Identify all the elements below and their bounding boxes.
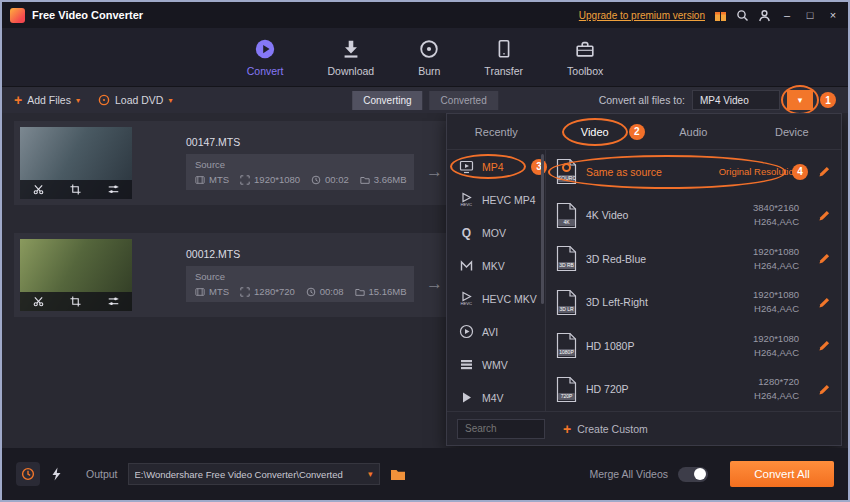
search-input[interactable] bbox=[457, 419, 545, 439]
hevc-mp4-icon: HEVC bbox=[459, 192, 474, 207]
chevron-down-icon: ▾ bbox=[798, 95, 803, 105]
preset-3d-red-blue[interactable]: 3D RB 3D Red-Blue 1920*1080 H264,AAC bbox=[546, 237, 841, 281]
format-item-mov[interactable]: Q MOV bbox=[447, 216, 545, 249]
preset-resolution: 1280*720 bbox=[758, 375, 799, 389]
edit-pencil-icon[interactable] bbox=[818, 296, 831, 309]
size-value: 15.16MB bbox=[369, 286, 407, 297]
resolution-value: 1280*720 bbox=[254, 286, 295, 297]
create-custom-button[interactable]: + Create Custom bbox=[563, 422, 648, 436]
gift-icon[interactable] bbox=[714, 9, 727, 22]
user-icon[interactable] bbox=[758, 9, 771, 22]
icon-badge: 720P bbox=[558, 393, 575, 400]
main-nav: Convert Download Burn Transfer Toolbox bbox=[2, 28, 848, 86]
mov-icon: Q bbox=[459, 225, 474, 240]
preset-resolution: 1920*1080 bbox=[753, 245, 799, 259]
output-path-select[interactable]: E:\Wondershare Free Video Converter\Conv… bbox=[128, 463, 380, 485]
tab-transfer[interactable]: Transfer bbox=[484, 38, 523, 77]
tab-download[interactable]: Download bbox=[327, 38, 374, 77]
maximize-button[interactable]: □ bbox=[803, 10, 817, 21]
preset-same-as-source[interactable]: SOURCE Same as source Original Resolutio… bbox=[546, 150, 841, 194]
format-panel-footer: + Create Custom bbox=[447, 411, 841, 445]
resolution-value: 1920*1080 bbox=[254, 174, 300, 185]
tab-toolbox[interactable]: Toolbox bbox=[567, 38, 603, 77]
minimize-button[interactable]: – bbox=[780, 10, 794, 21]
add-files-label: Add Files bbox=[27, 94, 71, 106]
icon-badge: 4K bbox=[558, 219, 575, 226]
preset-name: 3D Left-Right bbox=[586, 296, 744, 308]
transfer-device-icon bbox=[493, 38, 515, 60]
converting-view-button[interactable]: Converting bbox=[352, 91, 422, 110]
preset-codec: H264,AAC bbox=[754, 302, 799, 316]
panel-tab-label: Audio bbox=[679, 126, 707, 138]
video-file-icon: 4K bbox=[556, 202, 577, 229]
preset-3d-left-right[interactable]: 3D LR 3D Left-Right 1920*1080 H264,AAC bbox=[546, 281, 841, 325]
merge-toggle[interactable] bbox=[678, 467, 708, 482]
preset-info: 1280*720 H264,AAC bbox=[754, 375, 799, 404]
arrow-right-icon: → bbox=[426, 162, 443, 182]
effects-sliders-icon[interactable] bbox=[108, 296, 119, 307]
format-item-wmv[interactable]: WMV bbox=[447, 348, 545, 381]
panel-tab-device[interactable]: Device bbox=[743, 123, 842, 141]
format-item-hevc-mkv[interactable]: HEVC HEVC MKV bbox=[447, 282, 545, 315]
format-item-mp4[interactable]: MP4 3 bbox=[447, 150, 545, 183]
toggle-knob bbox=[694, 468, 706, 480]
source-label: Source bbox=[195, 271, 405, 282]
output-format-select[interactable]: MP4 Video bbox=[692, 90, 780, 110]
tab-convert[interactable]: Convert bbox=[247, 38, 284, 77]
trim-scissors-icon[interactable] bbox=[33, 296, 44, 307]
create-custom-label: Create Custom bbox=[577, 423, 648, 435]
panel-tab-video[interactable]: Video 2 bbox=[546, 123, 645, 141]
open-folder-icon[interactable] bbox=[390, 468, 406, 481]
search-icon[interactable] bbox=[736, 9, 749, 22]
preset-info: 1920*1080 H264,AAC bbox=[753, 332, 799, 361]
duration-meta: 00:08 bbox=[306, 286, 344, 297]
video-file-icon: 3D LR bbox=[556, 289, 577, 316]
upgrade-link[interactable]: Upgrade to premium version bbox=[579, 10, 705, 21]
resolution-meta: 1920*1080 bbox=[240, 174, 300, 185]
crop-icon[interactable] bbox=[70, 184, 81, 195]
dvd-icon bbox=[98, 94, 110, 106]
edit-pencil-icon[interactable] bbox=[818, 383, 831, 396]
format-meta: MTS bbox=[195, 286, 229, 297]
size-value: 3.66MB bbox=[374, 174, 407, 185]
plus-icon: + bbox=[563, 422, 571, 436]
preset-codec: H264,AAC bbox=[754, 346, 799, 360]
preset-resolution: 1920*1080 bbox=[753, 288, 799, 302]
format-item-hevc-mp4[interactable]: HEVC HEVC MP4 bbox=[447, 183, 545, 216]
power-bolt-icon[interactable] bbox=[50, 467, 62, 481]
crop-icon[interactable] bbox=[70, 296, 81, 307]
edit-pencil-icon[interactable] bbox=[818, 165, 831, 178]
trim-scissors-icon[interactable] bbox=[33, 184, 44, 195]
edit-pencil-icon[interactable] bbox=[818, 339, 831, 352]
format-item-m4v[interactable]: M4V bbox=[447, 381, 545, 414]
add-files-button[interactable]: + Add Files ▾ bbox=[14, 93, 80, 107]
mkv-icon bbox=[459, 258, 474, 273]
preset-name: Same as source bbox=[586, 166, 710, 178]
format-item-mkv[interactable]: MKV bbox=[447, 249, 545, 282]
effects-sliders-icon[interactable] bbox=[108, 184, 119, 195]
converted-view-button[interactable]: Converted bbox=[430, 91, 498, 110]
video-file-icon: 720P bbox=[556, 376, 577, 403]
preset-hd-1080p[interactable]: 1080P HD 1080P 1920*1080 H264,AAC bbox=[546, 324, 841, 368]
icon-badge: SOURCE bbox=[558, 175, 575, 182]
load-dvd-button[interactable]: Load DVD ▾ bbox=[98, 94, 172, 106]
format-item-avi[interactable]: AVI bbox=[447, 315, 545, 348]
edit-pencil-icon[interactable] bbox=[818, 209, 831, 222]
format-meta: MTS bbox=[195, 174, 229, 185]
format-dropdown-button[interactable]: ▾ bbox=[787, 90, 813, 110]
chevron-down-icon: ▾ bbox=[368, 469, 373, 479]
preset-name: HD 720P bbox=[586, 383, 745, 395]
preset-hd-720p[interactable]: 720P HD 720P 1280*720 H264,AAC bbox=[546, 368, 841, 412]
edit-pencil-icon[interactable] bbox=[818, 252, 831, 265]
tab-burn[interactable]: Burn bbox=[418, 38, 440, 77]
schedule-clock-button[interactable] bbox=[16, 462, 40, 486]
convert-all-button[interactable]: Convert All bbox=[730, 461, 834, 487]
preset-info: 1920*1080 H264,AAC bbox=[753, 245, 799, 274]
format-list-scrollbar[interactable] bbox=[541, 154, 544, 304]
close-button[interactable]: × bbox=[826, 10, 840, 21]
format-category-tabs: Recently Video 2 Audio Device bbox=[447, 114, 841, 150]
convert-all-to-label: Convert all files to: bbox=[599, 94, 685, 106]
panel-tab-audio[interactable]: Audio bbox=[644, 123, 743, 141]
panel-tab-recently[interactable]: Recently bbox=[447, 123, 546, 141]
preset-4k-video[interactable]: 4K 4K Video 3840*2160 H264,AAC bbox=[546, 194, 841, 238]
